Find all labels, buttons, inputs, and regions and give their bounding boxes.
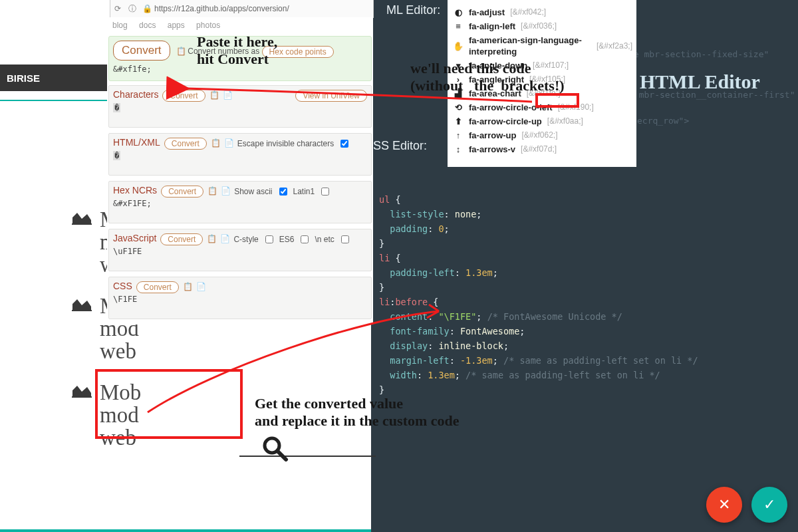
cancel-button[interactable]: ✕ xyxy=(706,487,742,523)
confirm-button[interactable]: ✓ xyxy=(751,487,787,523)
annotation-arrows xyxy=(0,0,798,532)
